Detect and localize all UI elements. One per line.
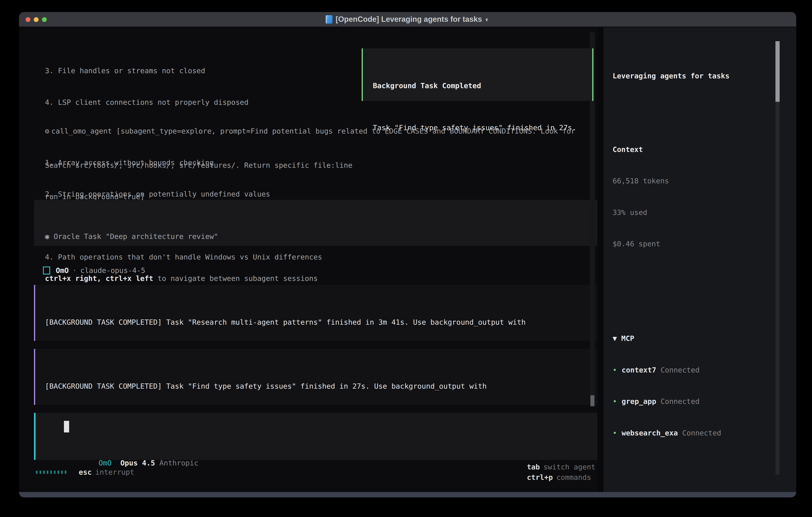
context-spent: $0.46 spent bbox=[613, 239, 796, 249]
notification-title: Background Task Completed bbox=[373, 81, 592, 91]
status-dot-icon: • bbox=[613, 365, 621, 376]
hint-text: to navigate between subagent sessions bbox=[153, 274, 318, 282]
main-scrollbar-thumb[interactable] bbox=[590, 395, 594, 406]
context-heading: Context bbox=[613, 144, 796, 155]
mcp-section: ▼ MCP •context7 Connected •grep_app Conn… bbox=[613, 312, 796, 459]
statusbar-right: tabswitch agent ctrl+pcommands bbox=[483, 451, 596, 493]
session-title: Leveraging agents for tasks bbox=[613, 71, 796, 81]
notification-body: Task "Find type safety issues" finished … bbox=[373, 123, 592, 133]
message-line: [BACKGROUND TASK COMPLETED] Task "Find t… bbox=[45, 381, 598, 392]
output-line: 3. File handles or streams not closed bbox=[45, 65, 352, 76]
minimize-button[interactable] bbox=[34, 17, 38, 22]
record-icon: ◉ bbox=[45, 232, 49, 241]
titlebar[interactable]: [OpenCode] Leveraging agents for tasks ◐ bbox=[19, 12, 796, 27]
tab-key-label: switch agent bbox=[544, 463, 596, 471]
text-cursor bbox=[64, 421, 69, 432]
agent-model: claude-opus-4-5 bbox=[80, 265, 145, 276]
sidebar-scrollbar-thumb[interactable] bbox=[776, 41, 780, 102]
esc-key-label: interrupt bbox=[95, 467, 134, 478]
tool-call-line: 1. Array access without bounds checking bbox=[45, 158, 575, 168]
statusbar-left: esc interrupt bbox=[36, 467, 134, 478]
sidebar-scrollbar[interactable] bbox=[776, 41, 780, 474]
oracle-task-panel[interactable]: ◉ Oracle Task "Deep architecture review"… bbox=[34, 200, 598, 246]
traffic-lights bbox=[26, 12, 47, 27]
window-bottom-edge bbox=[19, 492, 796, 497]
background-task-message: [BACKGROUND TASK COMPLETED] Task "Find t… bbox=[34, 349, 598, 405]
chevron-down-icon: ▼ bbox=[613, 334, 617, 343]
tab-key-hint: tab bbox=[527, 463, 540, 471]
background-task-message: [BACKGROUND TASK COMPLETED] Task "Resear… bbox=[34, 285, 598, 341]
mcp-item: •context7 Connected bbox=[613, 365, 796, 376]
current-agent: OmO bbox=[98, 459, 112, 467]
esc-key-hint: esc bbox=[79, 467, 92, 478]
notification-toast[interactable]: Background Task Completed Task "Find typ… bbox=[361, 48, 593, 101]
terminal-main: 3. File handles or streams not closed 4.… bbox=[19, 27, 598, 492]
agent-square-icon bbox=[43, 267, 50, 274]
ctrlp-key-label: commands bbox=[556, 473, 591, 482]
tool-call-line: 2. String operations on potentially unde… bbox=[45, 189, 575, 199]
oracle-task-title: ◉ Oracle Task "Deep architecture review" bbox=[45, 231, 598, 242]
activity-dots bbox=[36, 471, 66, 474]
ctrlp-key-hint: ctrl+p bbox=[527, 473, 553, 482]
current-provider: Anthropic bbox=[160, 459, 198, 467]
zoom-button[interactable] bbox=[42, 17, 47, 22]
close-button[interactable] bbox=[26, 17, 30, 22]
opencode-window: [OpenCode] Leveraging agents for tasks ◐… bbox=[19, 12, 796, 497]
mcp-section-header[interactable]: ▼ MCP bbox=[613, 333, 796, 344]
gear-icon: ⚙ bbox=[45, 127, 49, 135]
status-bar: esc interrupt tabswitch agent ctrl+pcomm… bbox=[19, 466, 598, 478]
context-section: Context 66,518 tokens 33% used $0.46 spe… bbox=[613, 124, 796, 270]
sidebar: Leveraging agents for tasks Context 66,5… bbox=[603, 27, 796, 492]
agent-name: OmO bbox=[56, 265, 69, 276]
current-model: Opus 4.5 bbox=[120, 459, 155, 467]
main-sidebar-divider bbox=[598, 27, 603, 492]
separator-dot: · bbox=[72, 265, 77, 276]
moon-status-icon: ◐ bbox=[485, 15, 490, 24]
mcp-item: •grep_app Connected bbox=[613, 396, 796, 407]
context-used: 33% used bbox=[613, 207, 796, 218]
window-title-wrap: [OpenCode] Leveraging agents for tasks ◐ bbox=[19, 15, 796, 24]
mcp-item: •websearch_exa Connected bbox=[613, 428, 796, 438]
context-tokens: 66,518 tokens bbox=[613, 176, 796, 186]
agent-session-header: OmO · claude-opus-4-5 bbox=[43, 265, 145, 276]
document-icon bbox=[326, 15, 332, 24]
message-line: [BACKGROUND TASK COMPLETED] Task "Resear… bbox=[45, 317, 598, 328]
status-dot-icon: • bbox=[613, 396, 621, 407]
window-title: [OpenCode] Leveraging agents for tasks bbox=[336, 15, 482, 24]
status-dot-icon: • bbox=[613, 428, 621, 438]
